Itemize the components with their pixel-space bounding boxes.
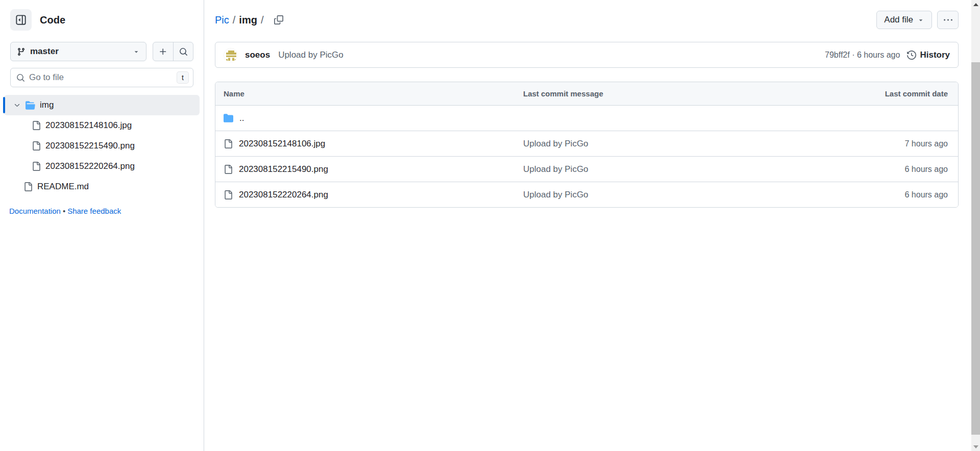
file-tree-sidebar: Code master bbox=[0, 0, 204, 451]
file-icon bbox=[23, 182, 33, 191]
search-icon bbox=[179, 47, 188, 56]
main-topbar: Pic / img / Add file bbox=[215, 10, 959, 30]
folder-open-icon bbox=[26, 101, 35, 110]
commit-message-link[interactable]: Upload by PicGo bbox=[523, 164, 850, 174]
plus-icon bbox=[159, 47, 167, 56]
tree-item-label: img bbox=[40, 100, 54, 110]
history-clock-icon bbox=[907, 51, 916, 60]
sidebar-header: Code bbox=[0, 9, 204, 31]
folder-icon bbox=[224, 113, 233, 123]
share-feedback-link[interactable]: Share feedback bbox=[67, 207, 121, 215]
file-icon bbox=[224, 190, 233, 199]
add-file-button[interactable]: Add file bbox=[876, 11, 932, 29]
branch-name: master bbox=[30, 46, 59, 57]
scroll-down-arrow[interactable] bbox=[971, 442, 980, 451]
commit-message-link[interactable]: Upload by PicGo bbox=[523, 190, 850, 200]
add-file-label: Add file bbox=[884, 15, 913, 25]
tree-action-group bbox=[153, 42, 193, 61]
sidebar-footer: Documentation•Share feedback bbox=[9, 207, 121, 215]
scrollbar-thumb[interactable] bbox=[971, 62, 980, 435]
scroll-up-arrow[interactable] bbox=[971, 0, 980, 9]
documentation-link[interactable]: Documentation bbox=[9, 207, 61, 215]
sidebar-title: Code bbox=[40, 14, 65, 26]
search-tree-button[interactable] bbox=[173, 42, 193, 61]
tree-item-label: 202308152220264.png bbox=[45, 161, 135, 171]
history-button[interactable]: History bbox=[907, 50, 950, 60]
chevron-down-icon bbox=[917, 16, 924, 23]
breadcrumb-separator: / bbox=[233, 14, 236, 26]
file-icon bbox=[32, 141, 41, 151]
sidebar-panel-icon bbox=[15, 14, 27, 26]
commit-author[interactable]: soeos bbox=[245, 50, 270, 60]
file-icon bbox=[224, 139, 233, 148]
column-header-date: Last commit date bbox=[850, 89, 958, 98]
table-row[interactable]: 202308152148106.jpg Upload by PicGo 7 ho… bbox=[215, 131, 958, 156]
commit-date-cell: 6 hours ago bbox=[850, 190, 958, 199]
table-row[interactable]: 202308152220264.png Upload by PicGo 6 ho… bbox=[215, 182, 958, 207]
copy-path-button[interactable] bbox=[274, 15, 283, 24]
collapse-sidebar-button[interactable] bbox=[10, 9, 32, 31]
git-branch-icon bbox=[17, 47, 26, 56]
commit-meta: 79bff2f · 6 hours ago History bbox=[825, 50, 950, 60]
breadcrumb: Pic / img / bbox=[215, 14, 283, 26]
column-header-message: Last commit message bbox=[523, 89, 850, 98]
file-name-link[interactable]: 202308152220264.png bbox=[239, 190, 328, 200]
go-to-file-search: t bbox=[10, 68, 193, 87]
chevron-down-icon bbox=[133, 48, 140, 55]
column-header-name: Name bbox=[215, 89, 523, 98]
tree-item-label: README.md bbox=[37, 182, 89, 192]
file-browser-main: Pic / img / Add file bbox=[204, 0, 980, 451]
more-options-button[interactable] bbox=[937, 11, 959, 29]
chevron-down-icon[interactable] bbox=[13, 102, 21, 109]
breadcrumb-repo-link[interactable]: Pic bbox=[215, 14, 229, 26]
tree-item-file[interactable]: 202308152220264.png bbox=[4, 156, 200, 177]
table-header-row: Name Last commit message Last commit dat… bbox=[215, 82, 958, 105]
search-icon bbox=[16, 73, 25, 82]
latest-commit-bar: soeos Upload by PicGo 79bff2f · 6 hours … bbox=[215, 42, 959, 68]
table-row-parent-dir[interactable]: .. bbox=[215, 105, 958, 131]
history-label: History bbox=[920, 50, 950, 60]
kebab-horizontal-icon bbox=[944, 16, 952, 24]
commit-date-cell: 7 hours ago bbox=[850, 139, 958, 148]
tree-item-img-folder[interactable]: img bbox=[4, 95, 200, 115]
github-code-page: Code master bbox=[0, 0, 980, 451]
selected-indicator bbox=[3, 97, 5, 113]
breadcrumb-separator: / bbox=[261, 14, 264, 26]
file-icon bbox=[224, 165, 233, 174]
file-tree: img 202308152148106.jpg 202308152215490.… bbox=[0, 95, 204, 197]
tree-item-label: 202308152148106.jpg bbox=[45, 120, 132, 131]
file-icon bbox=[32, 121, 41, 130]
file-icon bbox=[32, 162, 41, 171]
footer-separator: • bbox=[63, 207, 65, 215]
tree-item-file[interactable]: 202308152148106.jpg bbox=[4, 115, 200, 136]
commit-message-link[interactable]: Upload by PicGo bbox=[523, 139, 850, 149]
files-table: Name Last commit message Last commit dat… bbox=[215, 82, 959, 208]
copy-icon bbox=[274, 15, 283, 24]
keyboard-shortcut-badge: t bbox=[177, 71, 189, 84]
branch-selector[interactable]: master bbox=[10, 42, 146, 61]
tree-item-file[interactable]: 202308152215490.png bbox=[4, 136, 200, 156]
commit-message[interactable]: Upload by PicGo bbox=[278, 50, 344, 60]
tree-item-label: 202308152215490.png bbox=[45, 141, 135, 151]
file-name-link[interactable]: .. bbox=[239, 113, 244, 123]
avatar[interactable] bbox=[224, 48, 238, 62]
go-to-file-input[interactable] bbox=[29, 72, 173, 83]
tree-item-readme[interactable]: README.md bbox=[4, 177, 200, 197]
tree-controls: master bbox=[0, 42, 204, 61]
new-file-button[interactable] bbox=[153, 42, 173, 61]
vertical-scrollbar[interactable] bbox=[971, 0, 980, 451]
table-row[interactable]: 202308152215490.png Upload by PicGo 6 ho… bbox=[215, 156, 958, 182]
commit-date-cell: 6 hours ago bbox=[850, 165, 958, 174]
file-name-link[interactable]: 202308152148106.jpg bbox=[239, 139, 325, 149]
breadcrumb-current-folder: img bbox=[239, 14, 257, 26]
file-name-link[interactable]: 202308152215490.png bbox=[239, 164, 328, 174]
commit-sha-time[interactable]: 79bff2f · 6 hours ago bbox=[825, 51, 900, 60]
